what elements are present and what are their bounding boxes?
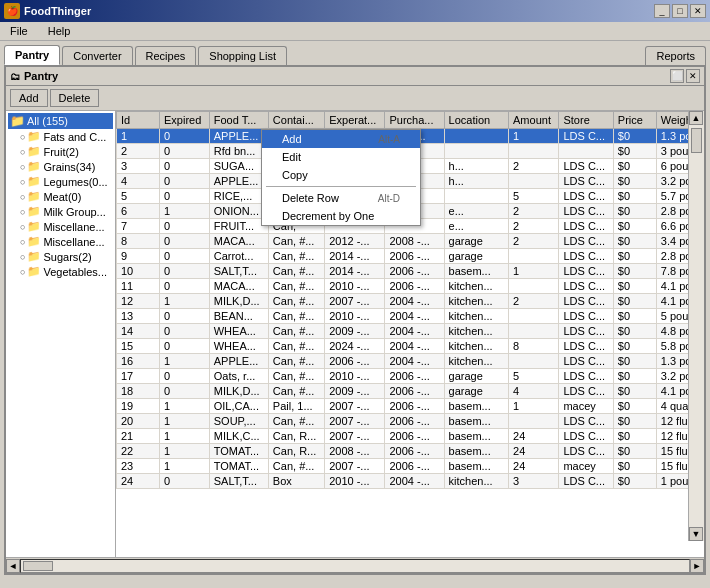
table-row[interactable]: 140WHEA...Can, #...2009 -...2004 -...kit…	[117, 324, 705, 339]
table-cell: 0	[159, 384, 209, 399]
table-cell: 2009 -...	[325, 384, 385, 399]
tree-item-misc1[interactable]: ○ 📁 Miscellane...	[8, 219, 113, 234]
table-row[interactable]: 90Carrot...Can, #...2014 -...2006 -...ga…	[117, 249, 705, 264]
table-cell: 2006 -...	[385, 384, 444, 399]
col-expired[interactable]: Expired	[159, 112, 209, 129]
table-cell: Oats, r...	[209, 369, 268, 384]
tree-item-milk[interactable]: ○ 📁 Milk Group...	[8, 204, 113, 219]
scroll-down-arrow[interactable]: ▼	[689, 527, 703, 541]
table-row[interactable]: 240SALT,T...Box2010 -...2004 -...kitchen…	[117, 474, 705, 489]
col-purchase[interactable]: Purcha...	[385, 112, 444, 129]
add-button[interactable]: Add	[10, 89, 48, 107]
table-row[interactable]: 221TOMAT...Can, R...2008 -...2006 -...ba…	[117, 444, 705, 459]
scroll-track[interactable]	[689, 125, 704, 527]
help-menu[interactable]: Help	[42, 24, 77, 38]
tree-item-grains[interactable]: ○ 📁 Grains(34)	[8, 159, 113, 174]
folder-icon: 📁	[27, 265, 41, 278]
table-row[interactable]: 161APPLE...Can, #...2006 -...2004 -...ki…	[117, 354, 705, 369]
table-cell: 2008 -...	[385, 234, 444, 249]
tree-item-fruit[interactable]: ○ 📁 Fruit(2)	[8, 144, 113, 159]
col-amount[interactable]: Amount	[509, 112, 559, 129]
context-menu-delete-row[interactable]: Delete Row Alt-D	[262, 189, 420, 207]
col-store[interactable]: Store	[559, 112, 613, 129]
tree-item-meat[interactable]: ○ 📁 Meat(0)	[8, 189, 113, 204]
table-cell: 0	[159, 234, 209, 249]
tree-item-fats[interactable]: ○ 📁 Fats and C...	[8, 129, 113, 144]
folder-icon: 📁	[27, 250, 41, 263]
scroll-left-arrow[interactable]: ◄	[6, 559, 20, 573]
folder-icon: 📁	[10, 114, 25, 128]
table-row[interactable]: 170Oats, r...Can, #...2010 -...2006 -...…	[117, 369, 705, 384]
delete-button[interactable]: Delete	[50, 89, 100, 107]
horizontal-scrollbar[interactable]: ◄ ►	[6, 557, 704, 573]
table-row[interactable]: 180MILK,D...Can, #...2009 -...2006 -...g…	[117, 384, 705, 399]
minimize-button[interactable]: _	[654, 4, 670, 18]
panel-restore-button[interactable]: ⬜	[670, 69, 684, 83]
table-cell	[509, 324, 559, 339]
table-cell: 2006 -...	[385, 459, 444, 474]
tree-item-misc2[interactable]: ○ 📁 Miscellane...	[8, 234, 113, 249]
table-cell: $0	[613, 204, 656, 219]
table-row[interactable]: 211MILK,C...Can, R...2007 -...2006 -...b…	[117, 429, 705, 444]
context-menu-copy[interactable]: Copy	[262, 166, 420, 184]
col-price[interactable]: Price	[613, 112, 656, 129]
table-cell: 0	[159, 249, 209, 264]
table-cell: LDS C...	[559, 444, 613, 459]
table-cell: 2006 -...	[385, 264, 444, 279]
table-cell	[509, 354, 559, 369]
table-row[interactable]: 231TOMAT...Can, #...2007 -...2006 -...ba…	[117, 459, 705, 474]
tab-converter[interactable]: Converter	[62, 46, 132, 65]
hscroll-thumb[interactable]	[23, 561, 53, 571]
table-row[interactable]: 150WHEA...Can, #...2024 -...2004 -...kit…	[117, 339, 705, 354]
table-cell: Carrot...	[209, 249, 268, 264]
tab-reports[interactable]: Reports	[645, 46, 706, 65]
table-cell: TOMAT...	[209, 444, 268, 459]
col-location[interactable]: Location	[444, 112, 508, 129]
close-button[interactable]: ✕	[690, 4, 706, 18]
table-cell: Can, #...	[268, 309, 324, 324]
table-cell: 2	[509, 294, 559, 309]
panel-close-button[interactable]: ✕	[686, 69, 700, 83]
table-cell: $0	[613, 234, 656, 249]
tab-shopping-list[interactable]: Shopping List	[198, 46, 287, 65]
table-cell: garage	[444, 369, 508, 384]
scroll-up-arrow[interactable]: ▲	[689, 111, 703, 125]
table-cell: 9	[117, 249, 160, 264]
context-menu-decrement[interactable]: Decrement by One	[262, 207, 420, 225]
tree-item-sugars[interactable]: ○ 📁 Sugars(2)	[8, 249, 113, 264]
table-row[interactable]: 121MILK,D...Can, #...2007 -...2004 -...k…	[117, 294, 705, 309]
file-menu[interactable]: File	[4, 24, 34, 38]
hscroll-track[interactable]	[20, 559, 690, 573]
table-cell: 24	[509, 429, 559, 444]
table-row[interactable]: 100SALT,T...Can, #...2014 -...2006 -...b…	[117, 264, 705, 279]
col-food[interactable]: Food T...	[209, 112, 268, 129]
col-container[interactable]: Contai...	[268, 112, 324, 129]
col-id[interactable]: Id	[117, 112, 160, 129]
table-row[interactable]: 80MACA...Can, #...2012 -...2008 -...gara…	[117, 234, 705, 249]
tree-item-legumes[interactable]: ○ 📁 Legumes(0...	[8, 174, 113, 189]
table-row[interactable]: 201SOUP,...Can, #...2007 -...2006 -...ba…	[117, 414, 705, 429]
table-cell: APPLE...	[209, 174, 268, 189]
tab-pantry[interactable]: Pantry	[4, 45, 60, 65]
vertical-scrollbar[interactable]: ▲ ▼	[688, 111, 704, 541]
tree-item-vegetables[interactable]: ○ 📁 Vegetables...	[8, 264, 113, 279]
table-cell: macey	[559, 459, 613, 474]
col-expiration[interactable]: Experat...	[325, 112, 385, 129]
restore-button[interactable]: □	[672, 4, 688, 18]
table-cell: 2006 -...	[385, 429, 444, 444]
context-menu-add[interactable]: Add Alt-A	[262, 130, 420, 148]
table-row[interactable]: 130BEAN...Can, #...2010 -...2004 -...kit…	[117, 309, 705, 324]
table-cell: LDS C...	[559, 309, 613, 324]
scroll-right-arrow[interactable]: ►	[690, 559, 704, 573]
table-cell: 16	[117, 354, 160, 369]
tree-item-all[interactable]: 📁 All (155)	[8, 113, 113, 129]
context-menu-edit[interactable]: Edit	[262, 148, 420, 166]
table-row[interactable]: 191OIL,CA...Pail, 1...2007 -...2006 -...…	[117, 399, 705, 414]
table-cell: 13	[117, 309, 160, 324]
tab-recipes[interactable]: Recipes	[135, 46, 197, 65]
circle-icon: ○	[20, 162, 25, 172]
folder-icon: 📁	[27, 220, 41, 233]
scroll-thumb[interactable]	[691, 128, 702, 153]
table-cell: 24	[509, 444, 559, 459]
table-row[interactable]: 110MACA...Can, #...2010 -...2006 -...kit…	[117, 279, 705, 294]
